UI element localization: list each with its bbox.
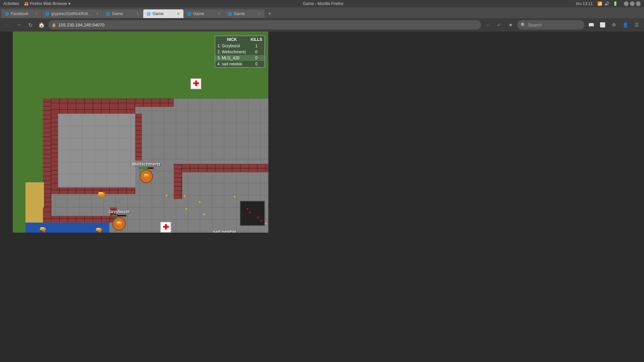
- bullet-7: [265, 223, 267, 224]
- health-cross-1: ✚: [193, 80, 199, 87]
- tab-label-g4: Game: [234, 11, 256, 16]
- health-bar-g: [112, 215, 117, 216]
- tab-getrickrolled[interactable]: 🌐 grypesc/GetRickRolled... ×: [42, 9, 102, 18]
- tab-favicon-g2: 🌐: [147, 12, 151, 16]
- nav-bar: ← → ↻ 🏠 🔒 155.230.194.245:54070 ··· ✓ ★ …: [0, 18, 644, 32]
- score-rank-4: 4. sad newbie: [215, 61, 249, 67]
- more-options-button[interactable]: ···: [483, 20, 492, 29]
- health-bar-container-w: [139, 167, 154, 169]
- tab-close-facebook[interactable]: ×: [35, 11, 38, 16]
- brick-wall-top: [43, 99, 174, 107]
- star-button[interactable]: ★: [506, 20, 515, 29]
- volume-icon: 🔊: [604, 1, 609, 6]
- tab-close-g2[interactable]: ×: [176, 11, 180, 16]
- profile-button[interactable]: 👤: [621, 20, 630, 29]
- title-bar-right: śro 13:11 📶 🔊 🔋: [576, 1, 641, 6]
- score-kills-3: 0: [249, 55, 264, 61]
- window-title: Game - Mozilla Firefox: [303, 1, 343, 6]
- game-canvas: ✚ ✚ 🔫 🔫 🔫 🔫 Weltschmertz 🔫 Grzybozol: [13, 32, 268, 233]
- minimap-dot-3: [257, 217, 259, 218]
- scoreboard: NICK KILLS 1. Grzybozol 1 2. Weltschmert…: [215, 36, 265, 68]
- title-bar-center: Game - Mozilla Firefox: [70, 1, 576, 6]
- tab-favicon-gr: 🌐: [45, 12, 49, 16]
- scoreboard-header-kills: KILLS: [249, 36, 264, 43]
- tab-label-g3: Game: [193, 11, 215, 16]
- scoreboard-header-nick: NICK: [215, 36, 249, 43]
- health-cross-2: ✚: [163, 224, 169, 231]
- tab-label-facebook: Facebook: [11, 11, 33, 16]
- game-container[interactable]: ✚ ✚ 🔫 🔫 🔫 🔫 Weltschmertz 🔫 Grzybozol: [13, 32, 268, 233]
- reader-view-button[interactable]: 📖: [586, 20, 596, 29]
- new-tab-button[interactable]: +: [265, 9, 274, 18]
- url-bar[interactable]: 🔒 155.230.194.245:54070: [48, 20, 481, 29]
- health-pack-2: ✚: [160, 222, 171, 233]
- tab-game2[interactable]: 🌐 Game ×: [143, 9, 183, 18]
- settings-button[interactable]: ⚙: [609, 20, 619, 29]
- health-pack-1: ✚: [191, 78, 201, 89]
- tab-facebook[interactable]: 🌐 Facebook ×: [1, 9, 42, 18]
- tab-favicon-facebook: 🌐: [5, 12, 9, 16]
- score-kills-4: 0: [249, 61, 264, 67]
- minimap-dot-1: [247, 208, 248, 210]
- brick-wall-inner-right: [135, 114, 142, 161]
- bullet-1: [166, 195, 167, 196]
- home-button[interactable]: 🏠: [37, 20, 46, 29]
- screenshot-button[interactable]: ⬜: [598, 20, 607, 29]
- reload-button[interactable]: ↻: [25, 20, 35, 29]
- title-bar: Activities 🦊 Firefox Web Browser ▾ Game …: [0, 0, 644, 7]
- brick-wall-inner-top: [51, 107, 135, 114]
- tab-favicon-g3: 🌐: [187, 12, 191, 16]
- tab-favicon-g1: 🌐: [106, 12, 110, 16]
- tab-close-g3[interactable]: ×: [217, 11, 221, 16]
- firefox-label[interactable]: 🦊 Firefox Web Browser ▾: [24, 1, 70, 6]
- weapon-ground-2: 🔫: [95, 227, 102, 233]
- menu-button[interactable]: ☰: [632, 20, 641, 29]
- health-bar-container-g: [112, 215, 126, 217]
- score-kills-2: 0: [249, 49, 264, 55]
- player-name-grzybozol: Grzybozol: [109, 209, 130, 214]
- maximize-button[interactable]: [630, 1, 635, 6]
- tab-bar: 🌐 Facebook × 🌐 grypesc/GetRickRolled... …: [0, 7, 644, 18]
- tab-close-g4[interactable]: ×: [258, 11, 261, 16]
- player-sad-newbie: sad newbie 🔫: [213, 229, 236, 233]
- bookmark-check-button[interactable]: ✓: [494, 20, 504, 29]
- minimize-button[interactable]: [624, 1, 629, 6]
- url-text: 155.230.194.245:54070: [58, 22, 104, 27]
- tab-label-gr: grypesc/GetRickRolled...: [51, 11, 93, 16]
- search-bar[interactable]: 🔍 Search: [517, 20, 584, 29]
- score-rank-1: 1. Grzybozol: [215, 43, 249, 49]
- tab-label-g1: Game: [112, 11, 134, 16]
- tab-favicon-g4: 🌐: [228, 12, 232, 16]
- forward-button[interactable]: →: [14, 20, 23, 29]
- bullet-3: [199, 201, 201, 203]
- title-bar-left: Activities 🦊 Firefox Web Browser ▾: [3, 1, 70, 6]
- battery-icon: 🔋: [613, 1, 618, 6]
- tab-close-g1[interactable]: ×: [136, 11, 140, 16]
- tab-close-gr[interactable]: ×: [95, 11, 99, 16]
- tab-game1[interactable]: 🌐 Game ×: [103, 9, 143, 18]
- brick-wall-inner-bottom: [51, 187, 135, 194]
- activities-label[interactable]: Activities: [3, 1, 19, 6]
- bullet-8: [234, 196, 235, 197]
- network-icon: 📶: [597, 1, 602, 6]
- tab-game3[interactable]: 🌐 Game ×: [184, 9, 224, 18]
- weapon-ground-3: 🔫: [39, 226, 46, 233]
- tab-game4[interactable]: 🌐 Game ×: [224, 9, 265, 18]
- search-placeholder: Search: [528, 22, 542, 27]
- close-button[interactable]: [636, 1, 641, 6]
- player-weltschmertz: Weltschmertz 🔫: [132, 162, 160, 183]
- score-rank-2: 2. Weltschmertz: [215, 49, 249, 55]
- player-grzybozol: Grzybozol 🔫: [109, 209, 130, 231]
- minimap-dot-2: [249, 212, 251, 213]
- bullet-2: [184, 195, 185, 197]
- brick-wall-inner-left: [51, 114, 58, 187]
- score-row-1: 1. Grzybozol 1: [215, 43, 264, 49]
- back-button[interactable]: ←: [3, 20, 12, 29]
- brick-wall-right-section: [182, 164, 268, 172]
- player-sprite-weltschmertz: 🔫: [140, 170, 153, 183]
- player-sprite-grzybozol: 🔫: [112, 217, 126, 231]
- tab-label-g2: Game: [153, 11, 174, 16]
- score-kills-1: 1: [249, 43, 264, 49]
- health-bar-w: [139, 168, 148, 169]
- minimap: [240, 201, 265, 226]
